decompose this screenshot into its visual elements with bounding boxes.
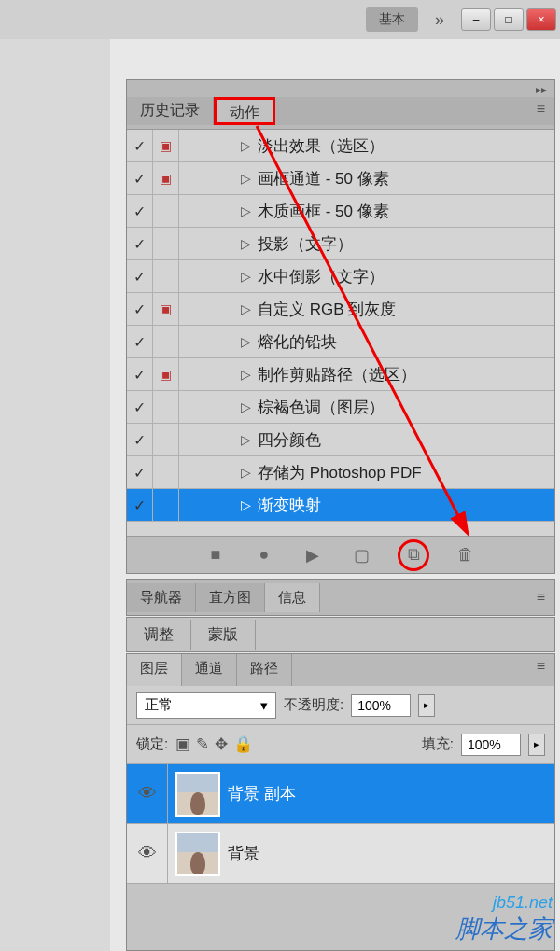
panel-menu-icon[interactable]: ≡ [527, 97, 554, 125]
action-row[interactable]: ✓▷水中倒影（文字） [127, 260, 554, 293]
tab-layers[interactable]: 图层 [127, 654, 182, 686]
tab-adjustments[interactable]: 调整 [127, 620, 191, 650]
action-row[interactable]: ✓▷棕褐色调（图层） [127, 391, 554, 424]
lock-all-icon[interactable]: 🔒 [233, 734, 253, 754]
tab-paths[interactable]: 路径 [237, 654, 292, 686]
action-row[interactable]: ✓▣▷自定义 RGB 到灰度 [127, 293, 554, 326]
opacity-flyout-icon[interactable]: ▸ [418, 694, 435, 717]
tab-channels[interactable]: 通道 [182, 654, 237, 686]
maximize-button[interactable]: □ [494, 8, 524, 31]
action-row[interactable]: ✓▣▷制作剪贴路径（选区） [127, 358, 554, 391]
action-toggle-checkbox[interactable]: ✓ [127, 260, 153, 292]
lock-position-icon[interactable]: ✥ [215, 734, 228, 754]
blend-mode-value: 正常 [145, 696, 173, 714]
close-button[interactable]: × [526, 8, 556, 31]
visibility-eye-icon[interactable]: 👁 [127, 764, 168, 823]
actions-list: ✓▣▷淡出效果（选区）✓▣▷画框通道 - 50 像素✓▷木质画框 - 50 像素… [127, 129, 554, 536]
expand-icon[interactable]: ▷ [235, 301, 256, 316]
action-toggle-checkbox[interactable]: ✓ [127, 326, 153, 357]
action-toggle-checkbox[interactable]: ✓ [127, 456, 153, 488]
action-dialog-toggle[interactable] [153, 195, 179, 227]
action-dialog-toggle[interactable] [153, 391, 179, 423]
tab-actions[interactable]: 动作 [214, 97, 275, 125]
expand-icon[interactable]: ▷ [235, 399, 256, 414]
tab-info[interactable]: 信息 [265, 583, 320, 612]
action-toggle-checkbox[interactable]: ✓ [127, 489, 153, 521]
action-dialog-toggle[interactable]: ▣ [153, 293, 179, 325]
expand-icon[interactable]: ▷ [235, 236, 256, 251]
expand-icon[interactable]: ▷ [235, 497, 256, 512]
lock-transparent-icon[interactable]: ▣ [175, 734, 190, 754]
opacity-value-input[interactable]: 100% [351, 694, 411, 717]
action-row[interactable]: ✓▷四分颜色 [127, 424, 554, 456]
expand-icon[interactable]: ▷ [235, 432, 256, 447]
expand-icon[interactable]: ▷ [235, 171, 256, 186]
record-icon[interactable]: ● [252, 543, 276, 567]
action-row[interactable]: ✓▷渐变映射 [127, 489, 554, 522]
action-label: 四分颜色 [256, 429, 554, 451]
action-dialog-toggle[interactable]: ▣ [153, 130, 179, 161]
window-controls: – □ × [461, 8, 556, 31]
action-dialog-toggle[interactable] [153, 424, 179, 455]
action-toggle-checkbox[interactable]: ✓ [127, 130, 153, 161]
stop-icon[interactable]: ■ [203, 543, 228, 567]
action-row[interactable]: ✓▣▷淡出效果（选区） [127, 130, 554, 162]
panel-menu-icon[interactable]: ≡ [527, 585, 554, 609]
action-toggle-checkbox[interactable]: ✓ [127, 162, 153, 194]
play-icon[interactable]: ▶ [301, 543, 325, 567]
left-dock [0, 39, 110, 951]
action-row[interactable]: ✓▷熔化的铅块 [127, 326, 554, 358]
action-row[interactable]: ✓▣▷画框通道 - 50 像素 [127, 162, 554, 195]
workspace-more-button[interactable]: » [422, 7, 457, 34]
new-folder-icon[interactable]: ▢ [349, 543, 373, 567]
action-dialog-toggle[interactable] [153, 489, 179, 521]
action-toggle-checkbox[interactable]: ✓ [127, 424, 153, 455]
action-toggle-checkbox[interactable]: ✓ [127, 391, 153, 423]
expand-icon[interactable]: ▷ [235, 465, 256, 480]
blend-mode-select[interactable]: 正常 ▾ [136, 692, 276, 719]
tab-histogram[interactable]: 直方图 [196, 583, 265, 612]
tab-history[interactable]: 历史记录 [127, 97, 214, 125]
delete-icon[interactable]: 🗑 [454, 543, 478, 567]
action-toggle-checkbox[interactable]: ✓ [127, 293, 153, 325]
dropdown-icon: ▾ [260, 697, 268, 714]
action-label: 木质画框 - 50 像素 [256, 201, 554, 222]
expand-icon[interactable]: ▷ [235, 138, 256, 153]
expand-icon[interactable]: ▷ [235, 367, 256, 382]
action-dialog-toggle[interactable] [153, 228, 179, 259]
lock-fill-row: 锁定: ▣ ✎ ✥ 🔒 填充: 100% ▸ [127, 725, 554, 764]
action-dialog-toggle[interactable] [153, 326, 179, 357]
opacity-label: 不透明度: [284, 696, 343, 714]
action-dialog-toggle[interactable] [153, 260, 179, 292]
layer-row[interactable]: 👁背景 [127, 824, 554, 884]
action-toggle-checkbox[interactable]: ✓ [127, 195, 153, 227]
tab-masks[interactable]: 蒙版 [191, 620, 256, 650]
action-row[interactable]: ✓▷投影（文字） [127, 228, 554, 260]
fill-value-input[interactable]: 100% [461, 734, 521, 756]
layers-panel-tabs: 图层 通道 路径 ≡ [127, 654, 554, 686]
action-dialog-toggle[interactable]: ▣ [153, 358, 179, 390]
fill-flyout-icon[interactable]: ▸ [528, 734, 545, 756]
action-toggle-checkbox[interactable]: ✓ [127, 358, 153, 390]
visibility-eye-icon[interactable]: 👁 [127, 824, 168, 883]
lock-icons: ▣ ✎ ✥ 🔒 [175, 734, 253, 754]
collapse-panel-icon[interactable]: ▸▸ [536, 83, 547, 96]
action-dialog-toggle[interactable]: ▣ [153, 162, 179, 194]
workspace-basic-button[interactable]: 基本 [366, 7, 418, 32]
minimize-button[interactable]: – [461, 8, 491, 31]
action-row[interactable]: ✓▷木质画框 - 50 像素 [127, 195, 554, 228]
layer-thumbnail[interactable] [175, 772, 220, 817]
expand-icon[interactable]: ▷ [235, 269, 256, 284]
expand-icon[interactable]: ▷ [235, 334, 256, 349]
layer-thumbnail[interactable] [175, 832, 220, 876]
tab-navigator[interactable]: 导航器 [127, 583, 196, 612]
action-label: 投影（文字） [256, 233, 554, 255]
layer-row[interactable]: 👁背景 副本 [127, 764, 554, 824]
action-dialog-toggle[interactable] [153, 456, 179, 488]
lock-pixels-icon[interactable]: ✎ [196, 734, 209, 754]
action-row[interactable]: ✓▷存储为 Photoshop PDF [127, 456, 554, 489]
panel-menu-icon[interactable]: ≡ [527, 654, 554, 686]
action-toggle-checkbox[interactable]: ✓ [127, 228, 153, 259]
new-action-icon[interactable]: ⧉ [398, 539, 429, 571]
expand-icon[interactable]: ▷ [235, 203, 256, 218]
